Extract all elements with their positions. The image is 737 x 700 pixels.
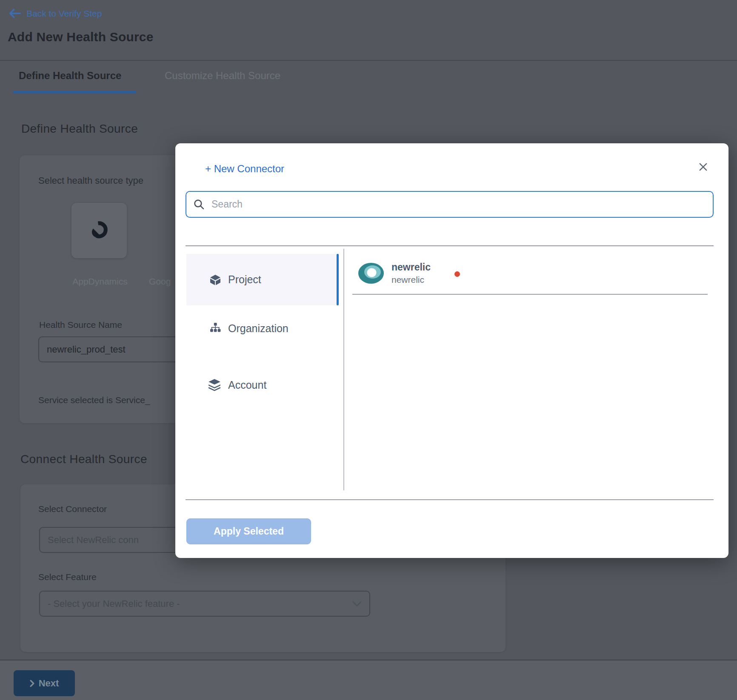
connector-row-divider [352, 294, 708, 295]
connector-select-modal: + New Connector Projec [175, 143, 728, 558]
source-type-appdynamics[interactable] [71, 203, 127, 258]
sidebar-divider [343, 249, 344, 490]
chevron-down-icon [352, 601, 362, 607]
next-button-label: Next [39, 678, 59, 689]
scope-item-project[interactable]: Project [209, 254, 261, 305]
screen: Back to Verify Step Add New Health Sourc… [0, 0, 737, 700]
health-source-name-value: newrelic_prod_test [47, 344, 126, 355]
scope-organization-label: Organization [228, 322, 289, 335]
connector-status-dot [454, 271, 460, 277]
select-feature-placeholder: - Select your NewRelic feature - [48, 598, 352, 609]
newrelic-logo-icon [358, 263, 384, 284]
chevron-right-icon [30, 680, 34, 687]
source-type-label-google: Goog [149, 276, 171, 287]
connector-id: newrelic [391, 275, 424, 285]
org-chart-icon [209, 322, 221, 334]
close-icon [698, 162, 708, 174]
back-button[interactable] [9, 8, 23, 19]
modal-top-divider [186, 245, 714, 246]
scope-item-account[interactable]: Account [208, 372, 266, 398]
page-title: Add New Health Source [8, 30, 154, 44]
layers-icon [208, 378, 221, 392]
appdynamics-logo-icon [89, 220, 109, 241]
select-type-label: Select health source type [38, 175, 143, 186]
active-scope-indicator [337, 254, 339, 305]
search-icon [193, 199, 205, 210]
scope-account-label: Account [228, 379, 266, 391]
tab-customize-health-source[interactable]: Customize Health Source [165, 70, 280, 82]
close-button[interactable] [697, 162, 709, 174]
service-note: Service selected is Service_ [38, 395, 150, 405]
source-type-label-appdynamics: AppDynamics [66, 276, 134, 287]
select-feature-dropdown[interactable]: - Select your NewRelic feature - [39, 591, 370, 617]
modal-bottom-divider [186, 499, 714, 500]
select-connector-label: Select Connector [38, 504, 107, 514]
active-tab-underline [13, 91, 136, 94]
back-arrow-icon [9, 13, 21, 20]
new-connector-link[interactable]: + New Connector [205, 163, 284, 175]
search-box [186, 191, 714, 218]
health-source-name-label: Health Source Name [39, 320, 122, 330]
tab-define-health-source[interactable]: Define Health Source [19, 70, 121, 82]
cube-icon [209, 274, 221, 286]
page-footer [0, 660, 737, 700]
select-connector-placeholder: Select NewRelic conn [48, 535, 139, 546]
next-button[interactable]: Next [14, 670, 75, 696]
header-divider [0, 60, 737, 61]
define-section-heading: Define Health Source [21, 122, 138, 136]
connector-row[interactable]: newrelic newrelic [352, 260, 714, 288]
search-input[interactable] [211, 198, 706, 211]
scope-project-label: Project [228, 273, 261, 286]
select-feature-label: Select Feature [38, 572, 97, 582]
apply-selected-button[interactable]: Apply Selected [186, 518, 311, 544]
connect-section-heading: Connect Health Source [20, 452, 147, 466]
connector-name: newrelic [391, 262, 431, 273]
scope-item-organization[interactable]: Organization [209, 316, 289, 341]
back-link[interactable]: Back to Verify Step [26, 9, 102, 19]
